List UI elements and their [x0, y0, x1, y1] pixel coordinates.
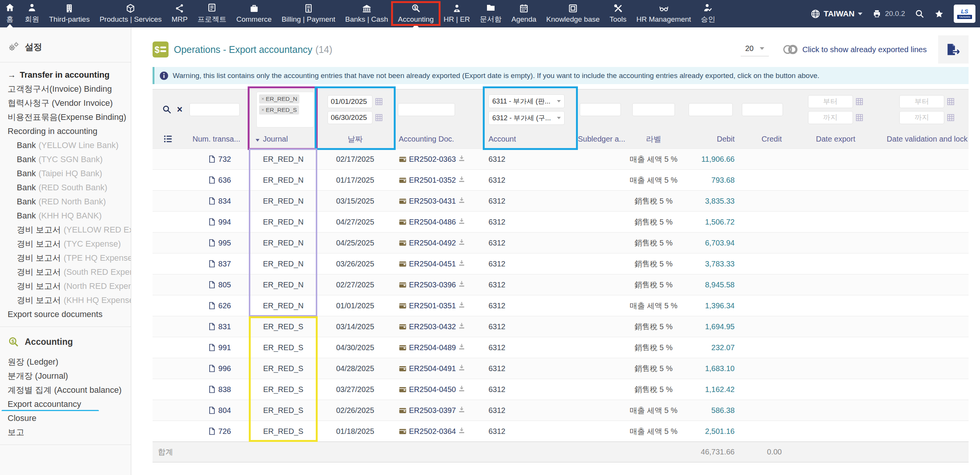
- journal-filter-chip[interactable]: ×ER_RED_N: [259, 94, 299, 104]
- transaction-number-link[interactable]: 995: [218, 239, 231, 247]
- region-picker[interactable]: TAIWAN: [811, 9, 862, 19]
- calendar-icon[interactable]: [375, 97, 383, 106]
- sidebar-item[interactable]: →Export source documents: [0, 307, 131, 321]
- sidebar-accounting-header[interactable]: $ Accounting: [0, 331, 131, 353]
- transaction-number-link[interactable]: 831: [218, 322, 231, 331]
- table-row[interactable]: 804 ER_RED_S 02/26/2025 ER2503-0397 6312…: [153, 400, 969, 421]
- subledger-filter-input[interactable]: [580, 103, 621, 116]
- debit-filter-input[interactable]: [689, 103, 733, 116]
- table-row[interactable]: 831 ER_RED_S 03/14/2025 ER2503-0432 6312…: [153, 316, 969, 337]
- table-row[interactable]: 834 ER_RED_N 03/15/2025 ER2503-0431 6312…: [153, 190, 969, 211]
- sidebar-settings-header[interactable]: 설정: [0, 27, 131, 58]
- accounting-doc-link[interactable]: ER2504-0489: [409, 343, 456, 352]
- transaction-number-link[interactable]: 626: [218, 301, 231, 310]
- sidebar-item[interactable]: →Bank(RED North Bank): [0, 194, 131, 209]
- remove-chip-icon[interactable]: ×: [261, 107, 264, 112]
- apply-filters-icon[interactable]: [162, 105, 171, 114]
- accounting-doc-filter-input[interactable]: [398, 103, 455, 116]
- download-icon[interactable]: [458, 322, 465, 331]
- nav-item[interactable]: 문서함: [475, 0, 506, 27]
- transaction-number-link[interactable]: 837: [218, 260, 231, 268]
- accounting-doc-link[interactable]: ER2504-0492: [409, 239, 456, 247]
- table-row[interactable]: 838 ER_RED_S 03/27/2025 ER2504-0450 6312…: [153, 379, 969, 400]
- accounting-doc-link[interactable]: ER2501-0351: [409, 301, 456, 310]
- sidebar-item[interactable]: →경비 보고서(KHH HQ Expense): [0, 293, 131, 307]
- version-block[interactable]: 20.0.2: [872, 9, 905, 18]
- download-icon[interactable]: [458, 175, 465, 185]
- sidebar-item[interactable]: →분개장 (Journal): [0, 369, 131, 383]
- nav-item[interactable]: MRP: [167, 0, 192, 27]
- sidebar-item[interactable]: →Bank(TYC SGN Bank): [0, 152, 131, 166]
- nav-item[interactable]: Banks | Cash: [340, 0, 393, 27]
- nav-item[interactable]: 프로젝트: [192, 0, 231, 27]
- search-icon[interactable]: [915, 9, 924, 19]
- sidebar-item[interactable]: →원장 (Ledger): [0, 355, 131, 369]
- table-row[interactable]: 991 ER_RED_S 04/30/2025 ER2504-0489 6312…: [153, 337, 969, 358]
- nav-item[interactable]: Products | Services: [95, 0, 167, 27]
- table-row[interactable]: 994 ER_RED_N 04/27/2025 ER2504-0486 6312…: [153, 211, 969, 232]
- date-from-input[interactable]: [328, 95, 372, 108]
- sidebar-item[interactable]: →Recording in accounting: [0, 124, 131, 138]
- transaction-number-link[interactable]: 805: [218, 281, 231, 289]
- nav-item[interactable]: 회원: [20, 0, 44, 27]
- download-icon[interactable]: [458, 155, 465, 164]
- sidebar-item[interactable]: →경비 보고서(North RED Expense): [0, 279, 131, 293]
- transaction-number-link[interactable]: 804: [218, 406, 231, 415]
- export-button[interactable]: [938, 35, 969, 64]
- calendar-icon[interactable]: [855, 113, 864, 122]
- table-row[interactable]: 732 ER_RED_N 02/17/2025 ER2502-0363 6312…: [153, 148, 969, 169]
- download-icon[interactable]: [458, 364, 465, 373]
- table-row[interactable]: 995 ER_RED_N 04/25/2025 ER2504-0492 6312…: [153, 232, 969, 253]
- nav-item[interactable]: Knowledge base: [541, 0, 605, 27]
- sidebar-item[interactable]: →Bank(YELLOW Line Bank): [0, 138, 131, 152]
- transaction-number-link[interactable]: 834: [218, 197, 231, 206]
- remove-chip-icon[interactable]: ×: [261, 96, 264, 101]
- sidebar-item[interactable]: →경비 보고서(TPE HQ Expense): [0, 251, 131, 265]
- col-header-num-transaction[interactable]: Num. transa...: [189, 135, 250, 143]
- calendar-icon[interactable]: [375, 113, 383, 122]
- nav-item[interactable]: HR | ER: [439, 0, 475, 27]
- col-header-date[interactable]: 날짜: [316, 134, 394, 144]
- download-icon[interactable]: [458, 385, 465, 394]
- journal-filter-multiselect[interactable]: ×ER_RED_N×ER_RED_S: [256, 92, 314, 128]
- bookmark-star-icon[interactable]: [934, 9, 944, 19]
- accounting-doc-link[interactable]: ER2503-0432: [409, 322, 456, 331]
- sidebar-item[interactable]: →보고: [0, 425, 131, 439]
- download-icon[interactable]: [458, 301, 465, 310]
- date-to-input[interactable]: [328, 111, 372, 124]
- account-filter-select[interactable]: 6312 - 부가세 (구...: [488, 111, 565, 125]
- table-row[interactable]: 626 ER_RED_N 01/01/2025 ER2501-0351 6312…: [153, 295, 969, 316]
- sidebar-item[interactable]: →Bank(RED South Bank): [0, 180, 131, 194]
- nav-item[interactable]: Commerce: [231, 0, 277, 27]
- calendar-icon[interactable]: [947, 97, 955, 106]
- list-fields-icon[interactable]: [163, 134, 173, 144]
- accounting-doc-link[interactable]: ER2501-0352: [409, 176, 456, 185]
- nav-item[interactable]: HR Management: [632, 0, 696, 27]
- download-icon[interactable]: [458, 217, 465, 226]
- transaction-number-link[interactable]: 838: [218, 385, 231, 394]
- validation-date-from-input[interactable]: [899, 95, 944, 108]
- accounting-doc-link[interactable]: ER2504-0450: [409, 385, 456, 394]
- col-header-date-export[interactable]: Date export: [786, 135, 886, 143]
- download-icon[interactable]: [458, 406, 465, 415]
- sidebar-item[interactable]: →Export accountancy: [0, 397, 131, 411]
- transaction-number-link[interactable]: 994: [218, 218, 231, 226]
- col-header-label[interactable]: 라벨: [625, 134, 682, 144]
- nav-item[interactable]: 홈: [0, 0, 20, 27]
- account-filter-select[interactable]: 6311 - 부가세 (판...: [488, 94, 565, 108]
- accounting-doc-link[interactable]: ER2503-0397: [409, 406, 456, 415]
- accounting-doc-link[interactable]: ER2504-0491: [409, 364, 456, 373]
- sidebar-item[interactable]: →경비 보고서(TYC Expense): [0, 237, 131, 251]
- sidebar-item[interactable]: →Closure: [0, 411, 131, 425]
- col-header-journal[interactable]: Journal: [250, 135, 316, 143]
- accounting-doc-link[interactable]: ER2504-0486: [409, 218, 456, 226]
- table-row[interactable]: 636 ER_RED_N 01/17/2025 ER2501-0352 6312…: [153, 169, 969, 190]
- clear-filters-icon[interactable]: ×: [177, 105, 183, 114]
- nav-item[interactable]: 승인: [696, 0, 720, 27]
- table-row[interactable]: 726 ER_RED_S 01/18/2025 ER2502-0364 6312…: [153, 421, 969, 442]
- download-icon[interactable]: [458, 238, 465, 247]
- transaction-number-link[interactable]: 636: [218, 176, 231, 185]
- credit-filter-input[interactable]: [742, 103, 783, 116]
- calendar-icon[interactable]: [947, 113, 955, 122]
- nav-item[interactable]: Third-parties: [44, 0, 95, 27]
